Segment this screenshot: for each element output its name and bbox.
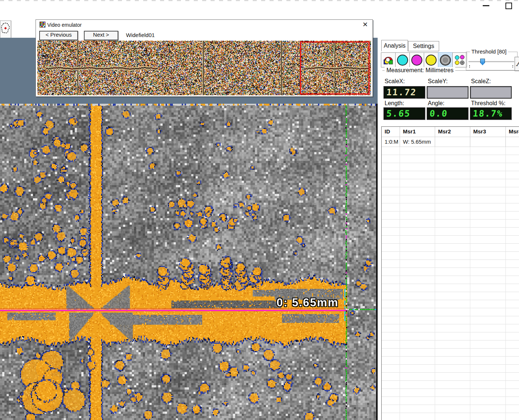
next-button[interactable]: Next >	[84, 31, 118, 40]
scalex-display: 11.72	[383, 86, 425, 99]
gray-circle-icon	[440, 55, 451, 66]
angle-display: 0.0	[427, 107, 468, 120]
empty-row	[382, 349, 519, 357]
magenta-circle-icon	[411, 55, 422, 66]
empty-row	[382, 187, 519, 195]
column-header-msr2: Msr2	[435, 127, 470, 137]
scalez-label: ScaleZ:	[471, 78, 491, 85]
results-table: ID Msr1 Msr2 Msr3 Msr4 1:0:M W: 5.65mm	[381, 126, 519, 420]
length-display: 5.65	[383, 107, 425, 120]
yellow-channel-button[interactable]	[424, 52, 438, 67]
column-header-msr1: Msr1	[400, 127, 435, 137]
blob-icon	[0, 21, 11, 37]
image-right-border	[376, 104, 378, 420]
row-msr4-cell	[506, 137, 519, 147]
window-top-edge	[0, 0, 519, 1]
empty-row	[382, 179, 519, 187]
empty-row	[382, 276, 519, 284]
threshold-label: Threshold [80]	[470, 48, 508, 55]
length-label: Length:	[385, 100, 404, 107]
table-row[interactable]: 1:0:M W: 5.65mm	[382, 137, 519, 147]
empty-row	[382, 163, 519, 171]
empty-row	[382, 292, 519, 300]
scaley-label: ScaleY:	[428, 78, 448, 85]
empty-row	[382, 332, 519, 340]
scaley-value	[427, 92, 430, 92]
empty-row	[382, 171, 519, 179]
column-header-msr3: Msr3	[470, 127, 506, 137]
angle-label: Angle:	[428, 100, 444, 107]
minimize-icon[interactable]	[483, 5, 489, 6]
empty-row	[382, 228, 519, 236]
empty-row	[382, 381, 519, 389]
empty-row	[382, 324, 519, 332]
empty-row	[382, 365, 519, 373]
row-msr1-cell: W: 5.65mm	[400, 137, 435, 147]
empty-row	[382, 244, 519, 252]
empty-row	[382, 389, 519, 397]
scalex-value: 11.72	[384, 87, 417, 97]
threshold-pct-label: Threshold %:	[471, 100, 505, 107]
video-emulator-window: Video emulator ✕ < Previous Next > Widef…	[36, 19, 373, 97]
color-separation-button[interactable]	[381, 52, 396, 67]
magenta-channel-button[interactable]	[409, 52, 424, 67]
empty-row	[382, 260, 519, 268]
slider-tick-left	[469, 65, 470, 68]
empty-row	[382, 147, 519, 155]
empty-row	[382, 413, 519, 420]
empty-row	[382, 284, 519, 292]
analysis-image[interactable]	[0, 104, 376, 420]
empty-row	[382, 373, 519, 381]
empty-row	[382, 195, 519, 203]
row-msr2-cell	[435, 137, 470, 147]
threshold-pct-display: 18.7%	[470, 107, 512, 120]
color-separation-icon	[383, 55, 394, 66]
empty-row	[382, 155, 519, 163]
measurement-group-label: Measurement: Millimetres	[385, 67, 455, 74]
empty-row	[382, 316, 519, 324]
gray-channel-button[interactable]	[438, 52, 453, 67]
font-button[interactable]: A	[515, 57, 519, 71]
cyan-channel-button[interactable]	[395, 52, 410, 67]
scalez-value	[471, 92, 473, 92]
threshold-slider-thumb[interactable]	[480, 59, 485, 65]
maximize-icon[interactable]	[505, 3, 512, 9]
blob-tool-button[interactable]	[0, 21, 11, 38]
all-channels-button[interactable]	[452, 52, 467, 67]
previous-button[interactable]: < Previous	[39, 31, 78, 40]
row-id-cell: 1:0:M	[382, 137, 400, 147]
all-channels-icon	[454, 55, 465, 66]
table-header-row: ID Msr1 Msr2 Msr3 Msr4	[382, 127, 519, 137]
empty-row	[382, 252, 519, 260]
close-icon[interactable]: ✕	[361, 21, 369, 29]
empty-row	[382, 220, 519, 228]
measurement-group: Measurement: Millimetres ScaleX: ScaleY:…	[382, 70, 519, 123]
filmstrip-preview[interactable]	[37, 41, 371, 95]
empty-row	[382, 236, 519, 244]
column-header-id: ID	[382, 127, 400, 137]
screen: Video emulator ✕ < Previous Next > Widef…	[0, 0, 519, 420]
empty-row	[382, 397, 519, 405]
empty-row	[382, 357, 519, 365]
yellow-circle-icon	[426, 55, 437, 66]
empty-row	[382, 300, 519, 308]
tab-settings[interactable]: Settings	[408, 41, 439, 51]
scalex-label: ScaleX:	[385, 78, 405, 85]
emulator-title-bar[interactable]: Video emulator ✕	[36, 20, 372, 29]
scalez-display	[470, 86, 512, 99]
empty-row	[382, 308, 519, 316]
window-title: Video emulator	[47, 22, 82, 28]
column-header-msr4: Msr4	[506, 127, 519, 137]
angle-value: 0.0	[427, 108, 448, 119]
threshold-slider[interactable]	[468, 61, 514, 63]
measurement-annotation: 0: 5.65mm	[277, 296, 339, 309]
threshold-group: Threshold [80]	[466, 52, 518, 70]
scaley-display	[427, 86, 468, 99]
empty-row	[382, 340, 519, 349]
table-empty-rows	[382, 147, 519, 420]
tab-analysis[interactable]: Analysis	[381, 40, 408, 51]
length-value: 5.65	[384, 108, 411, 119]
cyan-circle-icon	[397, 55, 408, 66]
frame-name-label: Widefield01	[126, 32, 155, 38]
app-icon	[40, 22, 45, 27]
